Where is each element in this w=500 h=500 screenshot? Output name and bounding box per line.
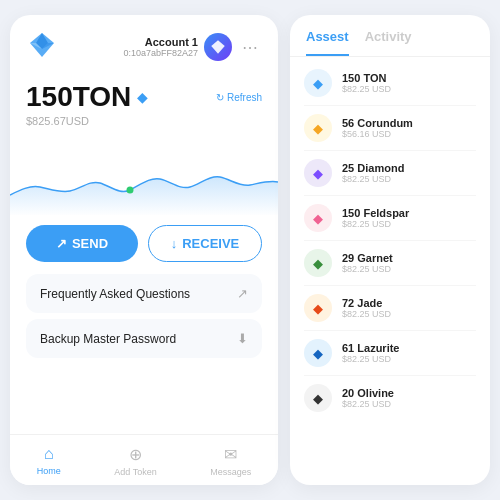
bottom-nav: ⌂ Home ⊕ Add Token ✉ Messages xyxy=(10,434,278,485)
asset-info: 20 Olivine $82.25 USD xyxy=(342,387,476,409)
asset-usd: $82.25 USD xyxy=(342,309,476,319)
receive-arrow-icon: ↓ xyxy=(171,236,178,251)
chart-area xyxy=(10,135,278,215)
asset-info: 61 Lazurite $82.25 USD xyxy=(342,342,476,364)
balance-usd: $825.67USD xyxy=(26,115,262,127)
asset-gem-icon: ◆ xyxy=(304,114,332,142)
asset-usd: $56.16 USD xyxy=(342,129,476,139)
home-label: Home xyxy=(37,466,61,476)
nav-home[interactable]: ⌂ Home xyxy=(27,445,71,477)
faq-external-icon: ↗ xyxy=(237,286,248,301)
balance-section: 150TON ◆ ↻ Refresh $825.67USD xyxy=(10,73,278,131)
asset-gem-icon: ◆ xyxy=(304,159,332,187)
asset-name: 150 TON xyxy=(342,72,476,84)
add-token-label: Add Token xyxy=(114,467,156,477)
tab-activity[interactable]: Activity xyxy=(365,29,412,56)
asset-usd: $82.25 USD xyxy=(342,84,476,94)
add-token-icon: ⊕ xyxy=(129,445,142,464)
more-options-button[interactable]: ⋯ xyxy=(238,36,262,59)
asset-gem-icon: ◆ xyxy=(304,204,332,232)
asset-name: 61 Lazurite xyxy=(342,342,476,354)
asset-list: ◆ 150 TON $82.25 USD ◆ 56 Corundum $56.1… xyxy=(290,57,490,485)
send-label: SEND xyxy=(72,236,108,251)
right-panel: Assest Activity ◆ 150 TON $82.25 USD ◆ 5… xyxy=(290,15,490,485)
nav-messages[interactable]: ✉ Messages xyxy=(200,445,261,477)
send-arrow-icon: ↗ xyxy=(56,236,67,251)
asset-gem-icon: ◆ xyxy=(304,294,332,322)
account-name: Account 1 xyxy=(123,36,198,48)
left-panel: Account 1 0:10a7abFF82A27 ⋯ 150TON ◆ ↻ R… xyxy=(10,15,278,485)
asset-list-item[interactable]: ◆ 72 Jade $82.25 USD xyxy=(290,286,490,330)
panel-header: Account 1 0:10a7abFF82A27 ⋯ xyxy=(10,15,278,73)
asset-list-item[interactable]: ◆ 56 Corundum $56.16 USD xyxy=(290,106,490,150)
menu-items: Frequently Asked Questions ↗ Backup Mast… xyxy=(10,272,278,434)
receive-label: RECEIVE xyxy=(182,236,239,251)
tabs: Assest Activity xyxy=(290,15,490,57)
chart-dot xyxy=(127,187,134,194)
asset-name: 150 Feldspar xyxy=(342,207,476,219)
asset-name: 29 Garnet xyxy=(342,252,476,264)
account-info: Account 1 0:10a7abFF82A27 ⋯ xyxy=(123,33,262,61)
asset-usd: $82.25 USD xyxy=(342,399,476,409)
asset-list-item[interactable]: ◆ 29 Garnet $82.25 USD xyxy=(290,241,490,285)
asset-gem-icon: ◆ xyxy=(304,384,332,412)
asset-gem-icon: ◆ xyxy=(304,339,332,367)
svg-marker-4 xyxy=(211,40,225,54)
asset-info: 25 Diamond $82.25 USD xyxy=(342,162,476,184)
account-avatar xyxy=(204,33,232,61)
send-button[interactable]: ↗ SEND xyxy=(26,225,138,262)
tab-assets[interactable]: Assest xyxy=(306,29,349,56)
nav-add-token[interactable]: ⊕ Add Token xyxy=(104,445,166,477)
asset-gem-icon: ◆ xyxy=(304,69,332,97)
asset-name: 20 Olivine xyxy=(342,387,476,399)
backup-menu-item[interactable]: Backup Master Password ⬇ xyxy=(26,319,262,358)
asset-info: 29 Garnet $82.25 USD xyxy=(342,252,476,274)
faq-label: Frequently Asked Questions xyxy=(40,287,190,301)
asset-gem-icon: ◆ xyxy=(304,249,332,277)
asset-info: 56 Corundum $56.16 USD xyxy=(342,117,476,139)
faq-menu-item[interactable]: Frequently Asked Questions ↗ xyxy=(26,274,262,313)
asset-usd: $82.25 USD xyxy=(342,354,476,364)
asset-list-item[interactable]: ◆ 20 Olivine $82.25 USD xyxy=(290,376,490,420)
balance-diamond-icon: ◆ xyxy=(137,89,148,105)
account-address: 0:10a7abFF82A27 xyxy=(123,48,198,58)
asset-info: 150 Feldspar $82.25 USD xyxy=(342,207,476,229)
asset-list-item[interactable]: ◆ 61 Lazurite $82.25 USD xyxy=(290,331,490,375)
asset-list-item[interactable]: ◆ 25 Diamond $82.25 USD xyxy=(290,151,490,195)
logo-diamond-icon xyxy=(26,29,58,65)
refresh-label: Refresh xyxy=(227,92,262,103)
asset-usd: $82.25 USD xyxy=(342,264,476,274)
asset-usd: $82.25 USD xyxy=(342,219,476,229)
refresh-icon: ↻ xyxy=(216,92,224,103)
backup-download-icon: ⬇ xyxy=(237,331,248,346)
asset-list-item[interactable]: ◆ 150 Feldspar $82.25 USD xyxy=(290,196,490,240)
asset-name: 72 Jade xyxy=(342,297,476,309)
balance-amount: 150TON xyxy=(26,81,131,113)
home-icon: ⌂ xyxy=(44,445,54,463)
backup-label: Backup Master Password xyxy=(40,332,176,346)
asset-info: 150 TON $82.25 USD xyxy=(342,72,476,94)
asset-list-item[interactable]: ◆ 150 TON $82.25 USD xyxy=(290,61,490,105)
asset-name: 56 Corundum xyxy=(342,117,476,129)
action-buttons: ↗ SEND ↓ RECEIVE xyxy=(10,215,278,272)
asset-name: 25 Diamond xyxy=(342,162,476,174)
messages-label: Messages xyxy=(210,467,251,477)
refresh-button[interactable]: ↻ Refresh xyxy=(216,92,262,103)
messages-icon: ✉ xyxy=(224,445,237,464)
asset-usd: $82.25 USD xyxy=(342,174,476,184)
asset-info: 72 Jade $82.25 USD xyxy=(342,297,476,319)
receive-button[interactable]: ↓ RECEIVE xyxy=(148,225,262,262)
